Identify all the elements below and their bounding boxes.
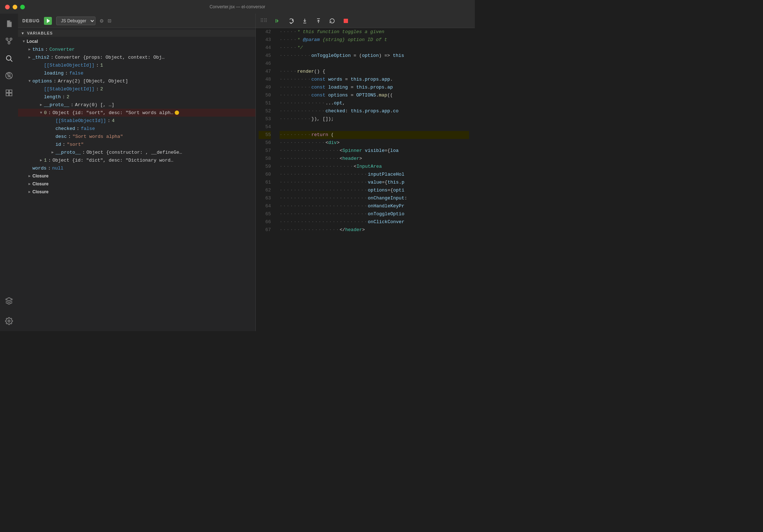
var-closure-2[interactable]: Closure [18, 180, 255, 188]
expand-arrow-proto-obj[interactable] [50, 150, 55, 154]
svg-line-3 [7, 40, 9, 42]
code-line-43: ·····* @param {string} option ID of t [280, 36, 469, 44]
activity-icon-search[interactable] [2, 51, 16, 66]
expand-arrow-closure1[interactable] [27, 174, 32, 178]
window-title: Converter.jsx — el-conversor [210, 4, 266, 9]
activity-icon-source-control[interactable] [2, 34, 16, 48]
local-label: Local [27, 39, 38, 44]
var-loading[interactable]: loading : false [18, 69, 255, 77]
variables-label: VARIABLES [27, 31, 53, 35]
var-name-this: this [32, 47, 44, 52]
var-length[interactable]: length : 2 [18, 93, 255, 101]
line-numbers: 42 43 44 45 46 47 48 49 50 51 52 53 54 5… [256, 28, 274, 331]
var-proto-array[interactable]: __proto__ : Array(0) [, …] [18, 101, 255, 109]
var-this[interactable]: this : Converter [18, 45, 255, 53]
activity-icon-extensions[interactable] [2, 294, 16, 308]
var-value-idx1: Object {id: "dict", desc: "Dictionary wo… [53, 158, 173, 163]
activity-icon-explorer[interactable] [2, 86, 16, 100]
var-desc[interactable]: desc : "Sort words alpha" [18, 132, 255, 140]
code-line-45: ·········onToggleOption = (option) => th… [280, 52, 469, 60]
maximize-button[interactable] [20, 5, 25, 9]
step-into-button[interactable] [300, 16, 310, 26]
debug-toolbar: DEBUG JS Debugger ⚙ ⊡ [18, 14, 255, 28]
svg-rect-11 [9, 90, 12, 93]
continue-button[interactable] [272, 16, 282, 26]
step-out-button[interactable] [313, 16, 324, 26]
code-line-47: ·····render() { [280, 68, 469, 76]
var-value-stable1: 1 [100, 63, 103, 68]
expand-arrow-closure3[interactable] [27, 190, 32, 194]
code-line-56: ·············<div> [280, 139, 469, 147]
closure-2-label: Closure [32, 181, 49, 186]
debug-panel: DEBUG JS Debugger ⚙ ⊡ ▼ VARIABLES Local [18, 14, 256, 331]
svg-point-1 [10, 38, 12, 40]
code-line-66: ·························onClickConver [280, 218, 469, 226]
var-closure-3[interactable]: Closure [18, 188, 255, 196]
svg-rect-20 [344, 19, 348, 23]
code-line-48: ·········const words = this.props.app. [280, 76, 469, 84]
var-value-words: null [52, 166, 63, 171]
var-name-checked: checked [55, 126, 75, 131]
stop-button[interactable] [341, 16, 351, 26]
expand-arrow-idx1[interactable] [38, 158, 44, 162]
var-name-options: options [32, 78, 52, 84]
expand-arrow-idx0[interactable] [38, 111, 44, 115]
local-group-header[interactable]: Local [18, 37, 255, 45]
expand-arrow-this2[interactable] [27, 55, 32, 59]
expand-arrow-closure2[interactable] [27, 182, 32, 186]
var-stable-id-1[interactable]: [[StableObjectId]] : 1 [18, 61, 255, 69]
variables-header[interactable]: ▼ VARIABLES [18, 30, 255, 37]
var-value-loading: false [69, 71, 83, 76]
expand-arrow-this[interactable] [27, 47, 32, 51]
expand-arrow-options[interactable] [27, 79, 32, 83]
svg-line-4 [9, 40, 11, 42]
activity-icon-no-mic[interactable] [2, 68, 16, 83]
var-index-1[interactable]: 1 : Object {id: "dict", desc: "Dictionar… [18, 156, 255, 164]
var-value-proto-arr: Array(0) [, …] [75, 102, 114, 108]
close-button[interactable] [5, 5, 10, 9]
var-proto-obj[interactable]: __proto__ : Object {constructor: , __def… [18, 148, 255, 156]
local-expand-arrow[interactable] [21, 40, 27, 44]
closure-3-label: Closure [32, 189, 49, 194]
var-value-stable2: 2 [100, 86, 103, 92]
var-value-options: Array(2) [Object, Object] [58, 78, 128, 84]
titlebar: Converter.jsx — el-conversor [0, 0, 475, 14]
code-line-46 [280, 60, 469, 68]
expand-arrow-proto-arr[interactable] [38, 103, 44, 107]
code-line-44: ·····*/ [280, 44, 469, 52]
svg-rect-10 [6, 90, 9, 93]
svg-point-0 [6, 38, 8, 40]
var-this2[interactable]: _this2 : Converter {props: Object, conte… [18, 53, 255, 61]
window-controls [5, 5, 25, 9]
var-words[interactable]: words : null [18, 164, 255, 172]
code-line-60: ·························inputPlaceHol [280, 171, 469, 179]
var-stable-id-4[interactable]: [[StableObjectId]] : 4 [18, 117, 255, 125]
var-options[interactable]: options : Array(2) [Object, Object] [18, 77, 255, 85]
activity-icon-settings[interactable] [2, 314, 16, 328]
var-index-0[interactable]: 0 : Object {id: "sort", desc: "Sort word… [18, 109, 255, 117]
restart-button[interactable] [327, 16, 337, 26]
code-area[interactable]: 42 43 44 45 46 47 48 49 50 51 52 53 54 5… [256, 28, 475, 331]
var-closure-1[interactable]: Closure [18, 172, 255, 180]
var-value-checked: false [81, 126, 95, 131]
code-line-54 [280, 123, 469, 131]
debugger-select[interactable]: JS Debugger [56, 17, 95, 25]
var-checked[interactable]: checked : false [18, 125, 255, 132]
var-stable-id-2[interactable]: [[StableObjectId]] : 2 [18, 85, 255, 93]
var-id[interactable]: id : "sort" [18, 140, 255, 148]
code-panel: ⠿⠿ [256, 14, 475, 331]
var-name-stable2: [[StableObjectId]] [44, 86, 94, 92]
console-icon[interactable]: ⊡ [108, 17, 111, 24]
code-line-42: ·····* this function toggles a given [280, 28, 469, 36]
step-over-button[interactable] [286, 16, 296, 26]
var-value-idx0: Object {id: "sort", desc: "Sort words al… [53, 110, 173, 116]
code-content: ·····* this function toggles a given ···… [274, 28, 475, 331]
gear-icon[interactable]: ⚙ [100, 17, 103, 24]
svg-point-5 [6, 56, 11, 60]
minimize-button[interactable] [13, 5, 17, 9]
debug-play-button[interactable] [44, 17, 52, 25]
activity-icon-files[interactable] [2, 17, 16, 31]
var-value-stable4: 4 [112, 118, 115, 123]
drag-handle[interactable]: ⠿⠿ [260, 18, 267, 24]
var-value-desc: "Sort words alpha" [72, 134, 123, 139]
